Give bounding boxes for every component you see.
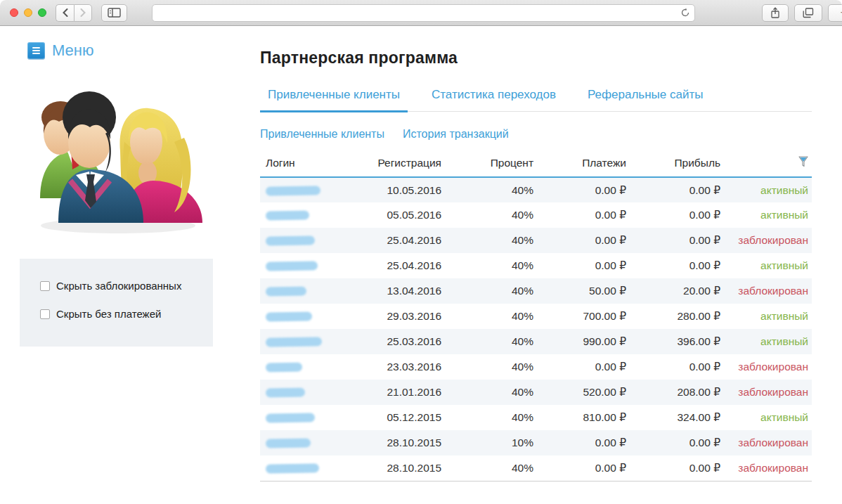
registration-cell: 05.12.2015 — [355, 405, 445, 430]
hide-blocked-filter[interactable]: Скрыть заблокированных — [40, 280, 206, 292]
nav-buttons — [56, 4, 92, 22]
profit-cell: 20.00 ₽ — [630, 278, 724, 304]
payments-cell: 990.00 ₽ — [537, 329, 630, 354]
redacted-login — [266, 463, 319, 473]
table-row: 25.03.2016 40% 990.00 ₽ 396.00 ₽ активны… — [260, 329, 812, 354]
redacted-login — [266, 186, 320, 195]
registration-cell: 25.04.2016 — [355, 253, 445, 278]
menu-button-label: Меню — [52, 41, 93, 60]
subtab-transaction-history[interactable]: История транзакций — [403, 128, 509, 141]
share-button[interactable] — [762, 4, 789, 22]
registration-cell: 05.05.2016 — [355, 202, 445, 228]
sidebar-icon — [108, 8, 121, 18]
zoom-window-button[interactable] — [38, 8, 46, 17]
new-tab-button[interactable]: + — [828, 4, 842, 22]
column-header-percent: Процент — [445, 152, 537, 177]
three-users-clipart-image — [35, 77, 211, 239]
percent-cell: 40% — [445, 329, 537, 354]
table-row: 10.05.2016 40% 0.00 ₽ 0.00 ₽ активный — [260, 177, 812, 202]
hamburger-icon — [27, 42, 45, 59]
profit-cell: 0.00 ₽ — [630, 354, 724, 380]
column-header-login: Логин — [260, 152, 355, 177]
payments-cell: 50.00 ₽ — [537, 278, 630, 304]
login-cell — [260, 304, 355, 329]
subtab-bar: Привлеченные клиенты История транзакций — [260, 128, 812, 141]
registration-cell: 25.03.2016 — [355, 329, 445, 354]
login-cell — [260, 405, 355, 430]
table-row: 28.10.2015 10% 0.00 ₽ 0.00 ₽ заблокирова… — [260, 430, 812, 455]
table-row: 13.04.2016 40% 50.00 ₽ 20.00 ₽ заблокиро… — [260, 278, 812, 304]
percent-cell: 40% — [445, 228, 537, 253]
share-icon — [770, 7, 780, 18]
forward-button[interactable] — [74, 4, 92, 22]
hide-nopayments-checkbox[interactable] — [40, 309, 50, 319]
tab-transition-stats[interactable]: Статистика переходов — [424, 88, 564, 111]
funnel-filter-icon — [798, 156, 808, 167]
login-cell — [260, 202, 355, 228]
profit-cell: 0.00 ₽ — [630, 228, 724, 253]
address-bar[interactable] — [152, 4, 695, 22]
page-title: Партнерская программа — [260, 49, 812, 67]
toolbar-right-buttons: + — [762, 4, 841, 22]
users-illustration — [35, 77, 239, 242]
login-cell — [260, 177, 355, 202]
table-row: 28.10.2015 40% 0.00 ₽ 0.00 ₽ заблокирова… — [260, 455, 812, 481]
menu-button[interactable]: Меню — [27, 41, 239, 60]
registration-cell: 25.04.2016 — [355, 228, 445, 253]
registration-cell: 28.10.2015 — [355, 430, 445, 455]
table-row: 29.03.2016 40% 700.00 ₽ 280.00 ₽ активны… — [260, 304, 812, 329]
profit-cell: 280.00 ₽ — [630, 304, 724, 329]
url-input[interactable] — [153, 5, 676, 21]
status-badge: заблокирован — [724, 430, 812, 455]
registration-cell: 28.10.2015 — [355, 455, 445, 481]
hide-nopayments-filter[interactable]: Скрыть без платежей — [40, 308, 206, 320]
hide-blocked-label[interactable]: Скрыть заблокированных — [56, 280, 181, 292]
minimize-window-button[interactable] — [24, 8, 32, 17]
redacted-login — [266, 287, 306, 297]
payments-cell: 0.00 ₽ — [537, 228, 630, 253]
login-cell — [260, 253, 355, 278]
table-row: 25.04.2016 40% 0.00 ₽ 0.00 ₽ активный — [260, 253, 812, 278]
back-button[interactable] — [56, 4, 74, 22]
profit-cell: 0.00 ₽ — [630, 253, 724, 278]
window-controls — [10, 8, 46, 17]
tab-bar: Привлеченные клиенты Статистика переходо… — [260, 88, 812, 112]
status-badge: активный — [724, 202, 812, 228]
table-row: 05.05.2016 40% 0.00 ₽ 0.00 ₽ активный — [260, 202, 812, 228]
payments-cell: 0.00 ₽ — [537, 354, 630, 380]
filter-button[interactable] — [798, 156, 808, 170]
filter-panel: Скрыть заблокированных Скрыть без платеж… — [20, 259, 213, 347]
profit-cell: 0.00 ₽ — [630, 455, 724, 481]
tabs-overview-button[interactable] — [794, 4, 822, 22]
tab-attracted-clients[interactable]: Привлеченные клиенты — [260, 88, 408, 111]
tab-referral-sites[interactable]: Реферальные сайты — [580, 88, 711, 111]
login-cell — [260, 455, 355, 481]
chevron-right-icon — [79, 8, 87, 18]
column-header-payments: Платежи — [537, 152, 630, 177]
percent-cell: 40% — [445, 354, 537, 380]
payments-cell: 0.00 ₽ — [537, 430, 630, 455]
page-content: Меню — [0, 26, 842, 504]
login-cell — [260, 228, 355, 253]
percent-cell: 40% — [445, 405, 537, 430]
hide-nopayments-label[interactable]: Скрыть без платежей — [56, 308, 161, 320]
subtab-attracted-clients[interactable]: Привлеченные клиенты — [260, 128, 384, 141]
payments-cell: 700.00 ₽ — [537, 304, 630, 329]
status-badge: активный — [724, 304, 812, 329]
payments-cell: 0.00 ₽ — [537, 177, 630, 202]
registration-cell: 21.01.2016 — [355, 380, 445, 405]
reload-button[interactable] — [676, 8, 694, 18]
tabs-overview-icon — [803, 8, 814, 18]
table-row: 05.12.2015 40% 810.00 ₽ 324.00 ₽ активны… — [260, 405, 812, 430]
table-row: 21.01.2016 40% 520.00 ₽ 208.00 ₽ заблоки… — [260, 380, 812, 405]
sidebar-toggle-button[interactable] — [101, 4, 127, 22]
close-window-button[interactable] — [10, 8, 18, 17]
redacted-login — [266, 337, 322, 347]
clients-table: Логин Регистрация Процент Платежи Прибыл… — [260, 152, 812, 482]
hide-blocked-checkbox[interactable] — [40, 281, 50, 291]
registration-cell: 29.03.2016 — [355, 304, 445, 329]
percent-cell: 40% — [445, 278, 537, 304]
column-header-registration: Регистрация — [355, 152, 445, 177]
registration-cell: 13.04.2016 — [355, 278, 445, 304]
redacted-login — [266, 236, 315, 246]
